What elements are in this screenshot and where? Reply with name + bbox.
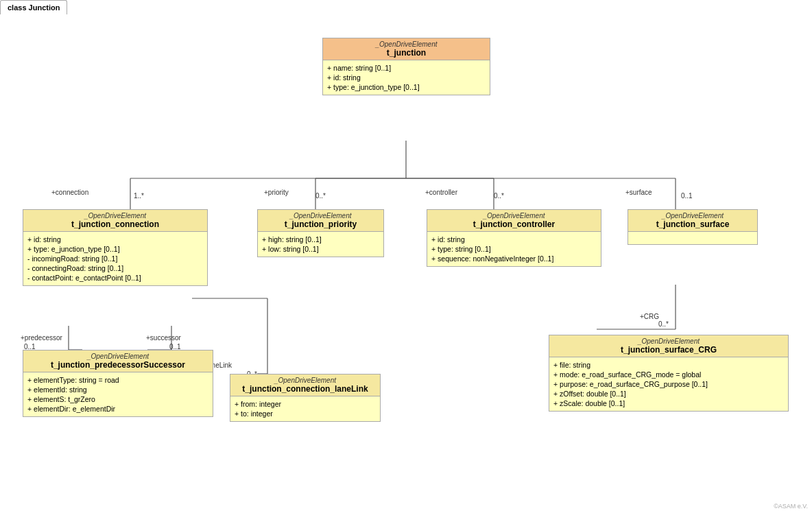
attr-row: + type: e_junction_type [0..1] xyxy=(27,244,203,254)
class-t-junction-surface-crg: _OpenDriveElement t_junction_surface_CRG… xyxy=(549,335,789,412)
assoc-priority-mult: 0..* xyxy=(315,192,326,200)
attr-row: + id: string xyxy=(431,235,597,244)
attr-row: + elementId: string xyxy=(27,385,208,394)
class-t-junction-connection-lanelink-stereotype: _OpenDriveElement xyxy=(235,377,376,384)
attr-row: + to: integer xyxy=(235,409,376,418)
attr-row: + type: string [0..1] xyxy=(431,244,597,254)
class-t-junction-surface-crg-name: t_junction_surface_CRG xyxy=(553,345,784,355)
class-t-junction-priority-name: t_junction_priority xyxy=(262,219,379,229)
assoc-connection-mult: 1..* xyxy=(134,192,144,200)
class-t-junction-surface-crg-attrs: + file: string + mode: e_road_surface_CR… xyxy=(549,357,788,411)
class-t-junction-connection-header: _OpenDriveElement t_junction_connection xyxy=(23,210,207,232)
attr-row: + type: e_junction_type [0..1] xyxy=(327,82,486,92)
attr-row: + from: integer xyxy=(235,399,376,409)
class-t-junction-stereotype: _OpenDriveElement xyxy=(327,40,486,48)
class-t-junction-header: _OpenDriveElement t_junction xyxy=(323,38,490,60)
attr-row: + high: string [0..1] xyxy=(262,235,379,244)
class-t-junction-connection: _OpenDriveElement t_junction_connection … xyxy=(23,209,208,286)
attr-row: - incomingRoad: string [0..1] xyxy=(27,254,203,263)
class-t-junction-surface-header: _OpenDriveElement t_junction_surface xyxy=(628,210,757,232)
class-t-junction-connection-lanelink-header: _OpenDriveElement t_junction_connection_… xyxy=(230,375,380,396)
class-t-junction-surface-crg-header: _OpenDriveElement t_junction_surface_CRG xyxy=(549,335,788,357)
attr-row: + sequence: nonNegativeInteger [0..1] xyxy=(431,254,597,263)
attr-row: + elementType: string = road xyxy=(27,375,208,385)
assoc-crg-mult: 0..* xyxy=(658,320,669,328)
assoc-crg-label: +CRG xyxy=(640,313,659,320)
assoc-priority-label: +priority xyxy=(264,189,289,196)
diagram-tab[interactable]: class Junction xyxy=(0,0,67,14)
attr-row: + zScale: double [0..1] xyxy=(553,399,784,408)
class-t-junction-surface-attrs xyxy=(628,232,757,244)
diagram-container: class Junction +connection 1..* +pr xyxy=(0,0,812,511)
class-t-junction-connection-lanelink-name: t_junction_connection_laneLink xyxy=(235,384,376,394)
attr-row: + zOffset: double [0..1] xyxy=(553,389,784,399)
assoc-successor-label: +successor xyxy=(146,334,181,342)
assoc-predecessor-label: +predecessor xyxy=(21,334,62,342)
watermark: ©ASAM e.V. xyxy=(774,503,808,510)
class-t-junction-surface-name: t_junction_surface xyxy=(632,219,753,229)
class-t-junction-connection-lanelink-attrs: + from: integer + to: integer xyxy=(230,396,380,421)
attr-row: + low: string [0..1] xyxy=(262,244,379,254)
class-t-junction-connection-lanelink: _OpenDriveElement t_junction_connection_… xyxy=(230,374,381,422)
class-t-junction-controller-name: t_junction_controller xyxy=(431,219,597,229)
class-t-junction-controller-header: _OpenDriveElement t_junction_controller xyxy=(427,210,601,232)
class-t-junction-controller-stereotype: _OpenDriveElement xyxy=(431,212,597,219)
class-t-junction-predecessorsuccessor-name: t_junction_predecessorSuccessor xyxy=(27,360,208,370)
assoc-controller-label: +controller xyxy=(425,189,457,196)
class-t-junction-controller: _OpenDriveElement t_junction_controller … xyxy=(427,209,601,267)
class-t-junction-connection-stereotype: _OpenDriveElement xyxy=(27,212,203,219)
class-t-junction-surface: _OpenDriveElement t_junction_surface xyxy=(628,209,758,245)
assoc-controller-mult: 0..* xyxy=(494,192,504,200)
class-t-junction: _OpenDriveElement t_junction + name: str… xyxy=(322,38,490,95)
class-t-junction-predecessorsuccessor: _OpenDriveElement t_junction_predecessor… xyxy=(23,350,213,417)
attr-row: + name: string [0..1] xyxy=(327,63,486,73)
class-t-junction-connection-name: t_junction_connection xyxy=(27,219,203,229)
class-t-junction-priority-attrs: + high: string [0..1] + low: string [0..… xyxy=(258,232,383,257)
class-t-junction-predecessorsuccessor-attrs: + elementType: string = road + elementId… xyxy=(23,372,213,416)
class-t-junction-connection-attrs: + id: string + type: e_junction_type [0.… xyxy=(23,232,207,285)
assoc-connection-label: +connection xyxy=(51,189,88,196)
attr-row: + elementDir: e_elementDir xyxy=(27,404,208,414)
class-t-junction-predecessorsuccessor-header: _OpenDriveElement t_junction_predecessor… xyxy=(23,350,213,372)
class-t-junction-name: t_junction xyxy=(327,48,486,58)
class-t-junction-attrs: + name: string [0..1] + id: string + typ… xyxy=(323,60,490,95)
class-t-junction-predecessorsuccessor-stereotype: _OpenDriveElement xyxy=(27,353,208,360)
assoc-surface-mult: 0..1 xyxy=(681,192,693,200)
class-t-junction-surface-crg-stereotype: _OpenDriveElement xyxy=(553,337,784,345)
attr-row: + mode: e_road_surface_CRG_mode = global xyxy=(553,370,784,379)
attr-row: + id: string xyxy=(327,73,486,82)
attr-row: - connectingRoad: string [0..1] xyxy=(27,263,203,273)
attr-row: + purpose: e_road_surface_CRG_purpose [0… xyxy=(553,379,784,389)
class-t-junction-priority: _OpenDriveElement t_junction_priority + … xyxy=(257,209,384,257)
class-t-junction-priority-stereotype: _OpenDriveElement xyxy=(262,212,379,219)
class-t-junction-controller-attrs: + id: string + type: string [0..1] + seq… xyxy=(427,232,601,266)
attr-row: + id: string xyxy=(27,235,203,244)
attr-row: + file: string xyxy=(553,360,784,370)
attr-row: - contactPoint: e_contactPoint [0..1] xyxy=(27,273,203,283)
attr-row: + elementS: t_grZero xyxy=(27,394,208,404)
class-t-junction-surface-stereotype: _OpenDriveElement xyxy=(632,212,753,219)
class-t-junction-priority-header: _OpenDriveElement t_junction_priority xyxy=(258,210,383,232)
assoc-surface-label: +surface xyxy=(625,189,652,196)
